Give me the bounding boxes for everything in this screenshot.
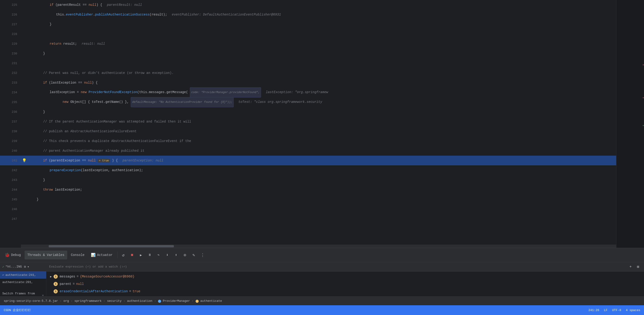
line-num-237: 237: [0, 120, 21, 123]
breadcrumb-item-jar: spring-security-core-5.7.8.jar: [4, 299, 58, 303]
code-line-240: 240// parent AuthenticationManager alrea…: [0, 146, 644, 156]
rerun-button[interactable]: ↺: [120, 251, 127, 259]
code-scrollbar[interactable]: [21, 245, 644, 248]
debug-toolbar: 🐞 Debug Threads & Variables Console 📊 Ac…: [0, 248, 644, 262]
line-num-233: 233: [0, 81, 21, 84]
frame-item-241[interactable]: ↩ authenticate:241,: [0, 272, 46, 279]
line-content-235: new Object[] { toTest.getName() }, defau…: [28, 97, 644, 107]
breadcrumb-sep-1: ›: [60, 299, 62, 303]
step-over-icon: ↷: [158, 253, 160, 257]
var-eq-messages: =: [76, 275, 78, 279]
line-content-238: // publish an AbstractAuthenticationFail…: [28, 126, 644, 136]
line-content-240: // parent AuthenticationManager already …: [28, 146, 644, 156]
code-line-238: 238// publish an AbstractAuthenticationF…: [0, 126, 644, 136]
code-line-247: 247: [0, 214, 644, 224]
line-content-243: }: [28, 175, 644, 185]
step-over-button[interactable]: ↷: [154, 251, 162, 259]
code-line-239: 239// This check prevents a duplicate Ab…: [0, 136, 644, 146]
line-content-245: }: [28, 195, 644, 204]
line-num-245: 245: [0, 198, 21, 201]
line-content-244: throw lastException;: [28, 185, 644, 195]
minimap: [616, 0, 644, 248]
code-line-226: 226this.eventPublisher.publishAuthentica…: [0, 10, 644, 19]
status-left: CSDN 企业行行行行: [4, 308, 31, 312]
bulb-icon[interactable]: 💡: [22, 158, 27, 163]
line-num-235: 235: [0, 100, 21, 104]
tab-threads-label: Threads & Variables: [27, 253, 64, 257]
minimap-marker-green: [643, 125, 644, 126]
dropdown-icon[interactable]: ▾: [27, 265, 29, 269]
line-num-227: 227: [0, 23, 21, 26]
line-num-232: 232: [0, 71, 21, 75]
line-num-240: 240: [0, 149, 21, 153]
var-value-erase: true: [132, 290, 140, 293]
step-out-button[interactable]: ⬆: [172, 251, 180, 259]
var-item-parent[interactable]: ▶ i parent = null: [46, 280, 644, 288]
evaluate-input[interactable]: [49, 265, 626, 269]
more-button[interactable]: ⋮: [199, 251, 206, 259]
evaluate-button[interactable]: ✎: [190, 251, 198, 259]
breadcrumb-item-authenticate: authenticate: [200, 299, 222, 303]
var-item-messages[interactable]: ▶ i messages = {MessageSourceAccessor@69…: [46, 273, 644, 280]
line-content-237: // If the parent AuthenticationManager w…: [28, 117, 644, 126]
var-list: ▶ i messages = {MessageSourceAccessor@69…: [46, 272, 644, 297]
breadcrumb-icon-method: ⬤: [196, 299, 199, 303]
line-content-239: // This check prevents a duplicate Abstr…: [28, 136, 644, 146]
line-content-242: prepareException(lastException, authenti…: [28, 165, 644, 175]
line-num-243: 243: [0, 178, 21, 182]
line-content-232: // Parent was null, or didn't authentica…: [28, 68, 644, 78]
line-num-231: 231: [0, 62, 21, 65]
tab-actuator-label: Actuator: [97, 253, 112, 257]
more-icon: ⋮: [200, 253, 205, 258]
code-line-229: 229return result; result: null: [0, 39, 644, 49]
line-content-230: }: [28, 49, 644, 58]
stop-button[interactable]: ■: [128, 251, 136, 259]
code-line-232: 232// Parent was null, or didn't authent…: [0, 68, 644, 78]
frames-panel: ✓ "ht...ING ⊟ ▾ ↩ authenticate:241, auth…: [0, 262, 46, 301]
actuator-icon: 📊: [91, 253, 96, 257]
status-right: 241:26 LF UTF-8 4 spaces: [588, 309, 640, 312]
step-out-icon: ⬆: [175, 253, 177, 257]
minimap-marker-red2: [643, 97, 644, 98]
frames-header: ✓ "ht...ING ⊟ ▾: [0, 262, 46, 272]
variables-panel: + ⊞ ▶ i messages = {MessageSourceAccesso…: [46, 262, 644, 301]
step-into-button[interactable]: ⬇: [164, 251, 171, 259]
line-num-225: 225: [0, 3, 21, 7]
status-csdn: CSDN 企业行行行行: [4, 308, 31, 312]
expand-panel-button[interactable]: ⊞: [635, 264, 641, 270]
line-content-227: }: [28, 19, 644, 29]
tab-debug-label: Debug: [11, 253, 21, 257]
frames-title: "ht...ING: [6, 265, 22, 269]
var-eq-parent: =: [73, 282, 75, 286]
frame-arrow-1: ↩: [2, 273, 4, 277]
line-num-246: 246: [0, 208, 21, 211]
var-eq-erase: =: [129, 290, 131, 293]
run-to-cursor-icon: ⊙: [184, 253, 186, 258]
var-icon-parent: i: [54, 282, 58, 286]
resume-icon: ▶: [140, 253, 142, 257]
line-num-239: 239: [0, 139, 21, 143]
var-panel-buttons: + ⊞: [627, 264, 641, 270]
breadcrumb-bar: spring-security-core-5.7.8.jar › org › s…: [0, 297, 644, 305]
breadcrumb-sep-4: ›: [123, 299, 125, 303]
breadcrumb-icon-class: ⬤: [158, 299, 161, 303]
breadcrumb-item-providermanager: ProviderManager: [163, 299, 190, 303]
var-header: + ⊞: [46, 262, 644, 272]
add-watch-button[interactable]: +: [627, 264, 634, 270]
status-position: 241:26: [588, 309, 599, 312]
filter-icon[interactable]: ⊟: [24, 265, 26, 269]
code-line-231: 231: [0, 58, 644, 68]
resume-button[interactable]: ▶: [137, 251, 145, 259]
frame-item-201[interactable]: authenticate:201,: [0, 279, 46, 286]
run-to-cursor-button[interactable]: ⊙: [181, 251, 189, 259]
line-num-228: 228: [0, 32, 21, 36]
tab-actuator[interactable]: 📊 Actuator: [88, 251, 115, 259]
breadcrumb-item-springframework: springframework: [74, 299, 102, 303]
var-item-erase[interactable]: ▶ i eraseCredentialsAfterAuthentication …: [46, 288, 644, 295]
status-indent: 4 spaces: [626, 309, 640, 312]
tab-debug[interactable]: 🐞 Debug: [2, 251, 24, 259]
tab-console[interactable]: Console: [68, 251, 88, 259]
pause-button[interactable]: ⏸: [146, 251, 154, 259]
status-bar: CSDN 企业行行行行 241:26 LF UTF-8 4 spaces: [0, 305, 644, 315]
tab-threads[interactable]: Threads & Variables: [24, 251, 67, 259]
